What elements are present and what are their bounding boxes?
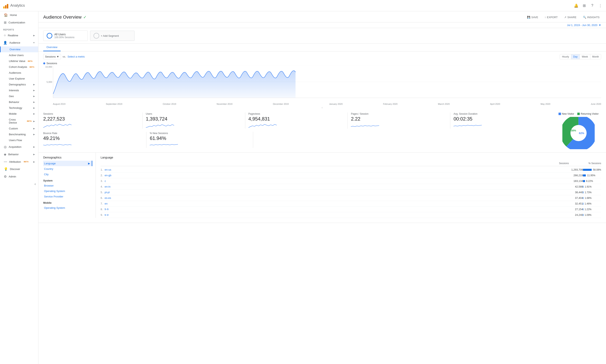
time-btn-week[interactable]: Week [580,54,590,59]
pie-chart-section: New Visitor Returning Visitor 62% 38% [553,112,601,149]
sidebar-collapse-button[interactable]: ‹ [0,180,38,188]
sidebar-item-attribution[interactable]: — Attribution BETA ▶ [0,158,38,165]
new-visitor-color-box [559,113,561,115]
metric-sessions-label: Sessions [43,112,139,115]
sidebar-item-audiences[interactable]: Audiences [0,70,38,76]
x-label-1: September 2019 [106,103,122,105]
add-segment-button[interactable]: + Add Segment [90,31,134,41]
demo-bar [583,186,583,188]
sidebar-item-acquisition[interactable]: ◎ Acquisition ▶ [0,143,38,151]
demo-row-link[interactable]: en-in [105,185,563,188]
demo-link-city[interactable]: City [43,172,92,177]
demo-bar-container: 8.22% [583,180,601,182]
new-visitor-legend: New Visitor [559,112,574,115]
demo-row-link[interactable]: en-gb [105,174,563,177]
demo-row-link[interactable]: tr-tr [105,213,563,216]
sidebar-item-customization[interactable]: ⊞ Customization [0,19,38,26]
sidebar-item-admin[interactable]: ⚙ Admin [0,173,38,180]
metric-users-sparkline [146,123,242,129]
help-icon[interactable]: ? [590,3,595,8]
sidebar-item-interests[interactable]: Interests ▶ [0,87,38,93]
sidebar-item-cross-device[interactable]: Cross Device BETA ▶ [0,117,38,126]
demo-bar-pct: 8.22% [586,180,593,182]
metric-pageviews: Pageviews 4,954,831 [245,112,348,129]
audience-expand-icon: ▼ [33,42,35,44]
demo-link-language[interactable]: Language ▶ [43,161,92,166]
demo-bar [583,197,583,199]
demo-link-service-provider[interactable]: Service Provider [43,194,92,199]
sidebar-item-benchmarking[interactable]: Benchmarking ▶ [0,131,38,137]
metric-pageviews-value: 4,954,831 [249,116,344,122]
demo-bar-container: 1.68% [583,197,601,199]
metric-pageviews-sparkline [249,123,344,129]
sidebar-item-users-flow[interactable]: Users Flow [0,137,38,143]
sidebar-item-user-explorer[interactable]: User Explorer [0,76,38,82]
demo-link-country[interactable]: Country [43,166,92,172]
export-icon: ↑ [545,16,546,19]
x-label-10: June 2020 [591,103,601,105]
geo-expand-icon: ▶ [33,95,35,97]
demo-table-row: 7. en 32,451 1.46% [101,201,601,207]
insights-button[interactable]: 🔍 INSIGHTS [581,15,601,20]
save-button[interactable]: 💾 SAVE [525,15,540,20]
date-range-selector[interactable]: Jul 1, 2019 - Jun 30, 2020 ▼ [567,24,601,27]
export-button[interactable]: ↑ EXPORT [543,15,559,20]
demographics-left: Demographics Language ▶ Country City Sys… [43,153,96,218]
metric-dropdown[interactable]: Sessions ▼ [43,54,61,59]
chart-controls: Sessions ▼ vs. Select a metric Hourly Da… [38,52,606,60]
x-label-3: November 2019 [217,103,232,105]
notifications-icon[interactable]: 🔔 [574,3,579,8]
sidebar-item-custom[interactable]: Custom ▶ [0,126,38,131]
demo-row-link[interactable]: en [105,202,563,205]
demo-row-link[interactable]: en-us [105,168,563,171]
sidebar-item-mobile[interactable]: Mobile ▶ [0,111,38,117]
demo-row-link[interactable]: pl-pl [105,191,563,194]
sidebar-item-discover[interactable]: 💡 Discover [0,165,38,173]
share-button[interactable]: ↗ SHARE [563,15,578,20]
tab-overview[interactable]: Overview [43,44,61,51]
sidebar-item-technology[interactable]: Technology ▶ [0,105,38,111]
sidebar-item-active-users[interactable]: Active Users [0,52,38,58]
segment-pill-all-users[interactable]: All Users 100.00% Sessions [43,30,88,41]
more-vert-icon[interactable]: ⋮ [598,3,603,8]
sidebar-item-home[interactable]: 🏠 Home [0,11,38,19]
x-label-8: April 2020 [490,103,500,105]
time-btn-month[interactable]: Month [590,54,601,59]
metric-users: Users 1,393,724 [143,112,245,129]
sidebar-item-behavior-main[interactable]: ◈ Behavior ▶ [0,151,38,158]
chart-scroll-indicator[interactable]: ⬦ [43,105,601,109]
add-segment-circle [93,33,99,39]
demo-row-link[interactable]: es-es [105,196,563,199]
demo-table-row: 3. c 183,134 8.22% [101,178,601,184]
sidebar-item-audience[interactable]: 👤 Audience ▼ [0,39,38,46]
demo-bar-pct: 1.68% [585,197,592,199]
sidebar-item-geo[interactable]: Geo ▶ [0,93,38,99]
sidebar-item-lifetime-value[interactable]: Lifetime Value BETA [0,58,38,64]
time-btn-hourly[interactable]: Hourly [560,54,571,59]
behavior-main-icon: ◈ [4,152,6,156]
system-section-title: System [43,179,92,182]
demo-link-mobile-os[interactable]: Operating System [43,205,92,210]
demo-table-row: 9. tr-tr 24,240 1.09% [101,212,601,218]
returning-visitor-legend: Returning Visitor [577,112,599,115]
returning-visitor-color-box [577,113,580,115]
sidebar-item-demographics[interactable]: Demographics ▶ [0,82,38,87]
time-btn-day[interactable]: Day [571,54,580,59]
demo-row-sessions: 24,240 [563,213,583,216]
demo-row-link[interactable]: fr-fr [105,208,563,211]
sidebar-item-overview[interactable]: Overview [0,46,38,52]
share-icon: ↗ [564,16,566,19]
demo-link-os[interactable]: Operating System [43,188,92,194]
sidebar-item-realtime[interactable]: ○ Realtime ▶ [0,32,38,39]
demographics-right: Language Sessions % Sessions 1. en-us 1,… [96,153,601,218]
sidebar-item-cohort-analysis[interactable]: Cohort Analysis BETA [0,64,38,70]
demo-link-browser[interactable]: Browser [43,183,92,188]
metric-sessions: Sessions 2,227,523 [43,112,143,129]
demo-bar [583,191,583,194]
insights-icon: 🔍 [583,16,586,19]
demo-row-link[interactable]: c [105,180,563,182]
apps-grid-icon[interactable]: ⊞ [582,3,587,8]
save-icon: 💾 [527,16,530,19]
sidebar-item-behavior[interactable]: Behavior ▶ [0,99,38,105]
select-metric-link[interactable]: Select a metric [67,55,85,58]
